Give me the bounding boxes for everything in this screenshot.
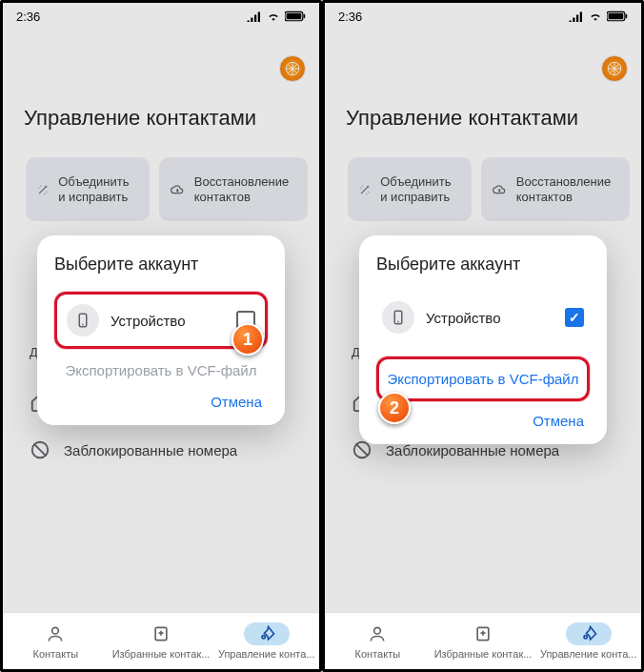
tab-contacts[interactable]: Контакты	[3, 613, 109, 669]
account-device-row[interactable]: Устройство	[376, 292, 590, 343]
card-restore[interactable]: Восстановление контактов	[481, 157, 629, 221]
tab-manage-label: Управление конта...	[540, 648, 637, 660]
tab-manage[interactable]: Управление конта...	[213, 613, 319, 669]
callout-1: 1	[231, 323, 264, 356]
blocked-label: Заблокированные номера	[64, 442, 237, 458]
battery-icon	[607, 10, 628, 22]
export-button[interactable]: Экспортировать в VCF-файл	[376, 356, 590, 401]
svg-point-8	[262, 636, 265, 639]
svg-rect-1	[287, 13, 302, 19]
device-icon-wrap	[67, 304, 99, 336]
contacts-icon	[46, 624, 65, 643]
tab-contacts-label: Контакты	[355, 648, 401, 660]
phone-right: 2:36 Управление контактами Объединить и …	[322, 0, 644, 672]
cancel-button[interactable]: Отмена	[54, 382, 268, 412]
dialog-title: Выберите аккаунт	[376, 255, 590, 275]
device-label: Устройство	[111, 313, 225, 329]
signal-icon	[247, 10, 262, 22]
svg-rect-11	[626, 14, 628, 19]
phone-left: 2:36 Управление контактами Объединить и …	[0, 0, 322, 672]
page-title: Управление контактами	[325, 30, 641, 146]
profile-avatar[interactable]	[279, 55, 306, 82]
cards-row: Объединить и исправить Восстановление ко…	[325, 157, 641, 221]
card-restore[interactable]: Восстановление контактов	[159, 157, 307, 221]
cards-row: Объединить и исправить Восстановление ко…	[3, 157, 319, 221]
card-restore-label: Восстановление контактов	[194, 174, 296, 204]
card-merge-fix[interactable]: Объединить и исправить	[348, 157, 472, 221]
nav-bar: Контакты Избранные контак... Управление …	[3, 612, 319, 669]
cloud-restore-icon	[493, 179, 507, 200]
favorites-icon	[151, 624, 171, 643]
wand-icon	[359, 179, 371, 200]
blocked-icon	[30, 439, 50, 460]
page-title: Управление контактами	[3, 30, 319, 146]
status-time: 2:36	[16, 10, 40, 24]
orange-slice-icon	[606, 60, 623, 77]
tab-manage-label: Управление конта...	[218, 648, 315, 660]
nav-bar: Контакты Избранные контак... Управление …	[325, 612, 641, 669]
svg-rect-2	[304, 14, 306, 19]
device-checkbox[interactable]	[565, 308, 584, 327]
device-icon-wrap	[382, 301, 414, 334]
tab-favorites-label: Избранные контак...	[112, 648, 211, 660]
tab-manage[interactable]: Управление конта...	[535, 613, 641, 669]
svg-point-6	[52, 627, 59, 634]
status-time: 2:36	[338, 10, 362, 24]
wifi-icon	[588, 10, 603, 23]
manage-icon	[579, 624, 598, 643]
signal-icon	[569, 10, 584, 22]
profile-avatar[interactable]	[601, 55, 628, 82]
wifi-icon	[266, 10, 281, 23]
device-icon	[74, 312, 91, 329]
svg-rect-10	[609, 13, 624, 19]
dialog-title: Выберите аккаунт	[54, 255, 268, 275]
callout-2: 2	[378, 392, 411, 424]
svg-point-17	[584, 636, 587, 639]
card-merge-label: Объединить и исправить	[58, 174, 138, 204]
favorites-icon	[473, 624, 493, 643]
contacts-icon	[368, 624, 387, 643]
export-button: Экспортировать в VCF-файл	[54, 349, 268, 382]
manage-icon	[257, 624, 276, 643]
orange-slice-icon	[284, 60, 301, 77]
tab-favorites[interactable]: Избранные контак...	[431, 613, 536, 669]
card-merge-fix[interactable]: Объединить и исправить	[26, 157, 150, 221]
status-icons	[569, 10, 628, 23]
blocked-label: Заблокированные номера	[386, 442, 559, 458]
tab-favorites[interactable]: Избранные контак...	[109, 613, 214, 669]
tab-contacts[interactable]: Контакты	[325, 613, 431, 669]
card-merge-label: Объединить и исправить	[380, 174, 460, 204]
wand-icon	[37, 179, 49, 200]
cloud-restore-icon	[171, 179, 185, 200]
battery-icon	[285, 10, 306, 22]
card-restore-label: Восстановление контактов	[516, 174, 618, 204]
device-label: Устройство	[426, 310, 553, 326]
tab-favorites-label: Избранные контак...	[434, 648, 533, 660]
svg-point-15	[374, 627, 381, 634]
device-icon	[390, 309, 407, 326]
bg-row-blocked[interactable]: Заблокированные номера	[3, 426, 319, 474]
status-bar: 2:36	[3, 3, 319, 30]
status-bar: 2:36	[325, 3, 641, 30]
tab-contacts-label: Контакты	[33, 648, 79, 660]
status-icons	[247, 10, 306, 23]
